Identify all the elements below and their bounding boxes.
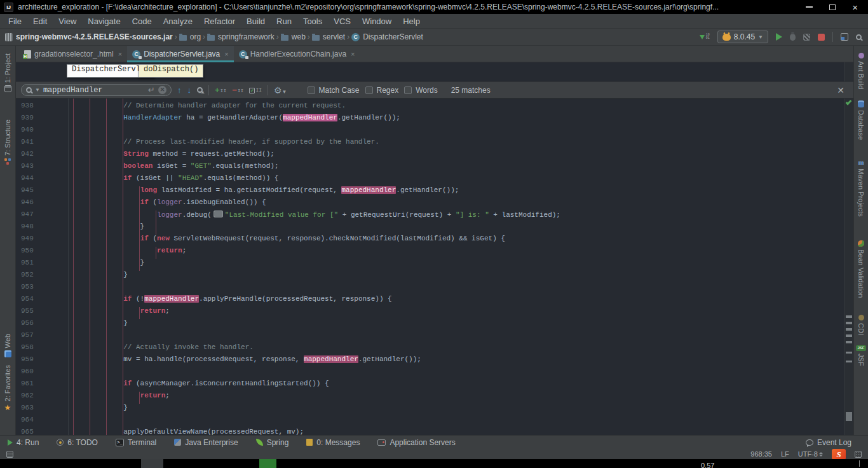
code-token: "GET" (191, 162, 212, 170)
breadcrumb-servlet[interactable]: servlet (312, 32, 345, 41)
find-all-button[interactable]: ALL (197, 87, 203, 93)
tab-handlerexecutionchain-java[interactable]: C HandlerExecutionChain.java × (234, 46, 360, 62)
toolwindow-maven-projects[interactable]: m Maven Projects (854, 159, 868, 217)
code-token: long (140, 186, 157, 194)
line-separator[interactable]: LF (781, 450, 789, 458)
breadcrumb-org[interactable]: org (179, 32, 201, 41)
menu-edit[interactable]: Edit (27, 17, 53, 26)
toolwindow-terminal[interactable]: Terminal (116, 438, 156, 447)
menu-view[interactable]: View (53, 17, 82, 26)
menu-tools[interactable]: Tools (297, 17, 328, 26)
breadcrumb-dispatcherservlet[interactable]: C DispatcherServlet (351, 32, 423, 41)
code-token: mappedHandler (283, 114, 337, 121)
match-case-option[interactable]: Match Case (308, 86, 360, 95)
error-stripe[interactable] (844, 62, 853, 435)
code-token: + lastModified); (489, 211, 560, 219)
tab-close-icon[interactable]: × (351, 50, 355, 58)
breadcrumb-web[interactable]: web (281, 32, 306, 41)
menu-vcs[interactable]: VCS (328, 17, 356, 26)
line-number: 960 (21, 368, 68, 380)
toolwindow-ant-build[interactable]: Ant Build (854, 53, 868, 89)
menu-file[interactable]: File (3, 17, 27, 26)
toolwindow-structure[interactable]: 7: Structure (0, 120, 15, 165)
toolwindow-bean-validation[interactable]: Bean Validation (854, 240, 868, 298)
debug-button[interactable] (790, 34, 796, 41)
next-occurrence-button[interactable]: ↓ (187, 85, 192, 95)
select-all-occurrences-button[interactable]: ✓II (249, 87, 262, 93)
run-configuration-select[interactable]: 8.0.45 ▼ (717, 31, 768, 43)
folded-region-badge[interactable] (214, 210, 223, 217)
menu-code[interactable]: Code (126, 17, 158, 26)
coverage-button[interactable] (803, 34, 810, 41)
previous-occurrence-button[interactable]: ↑ (177, 85, 182, 95)
toolwindow-project[interactable]: 1: Project (0, 53, 15, 92)
toolwindow-todo[interactable]: 6: TODO (57, 438, 98, 447)
close-find-bar-button[interactable]: ✕ (837, 85, 848, 95)
toolwindow-cdi[interactable]: CDI (854, 315, 868, 335)
toolwindow-web[interactable]: Web (0, 334, 15, 357)
toggle-toolwindows-icon[interactable] (6, 451, 13, 458)
tab-dispatcherservlet-java[interactable]: C DispatcherServlet.java × (127, 46, 234, 62)
regex-option[interactable]: Regex (365, 86, 399, 95)
search-input[interactable]: ▼ mappedHandler ↵ ✕ (21, 84, 172, 96)
menu-window[interactable]: Window (356, 17, 397, 26)
toolwindow-spring[interactable]: Spring (256, 438, 289, 447)
search-everywhere-icon[interactable] (856, 34, 862, 40)
taskbar-tick (859, 460, 860, 467)
breadcrumb-springframework[interactable]: springframework (207, 32, 275, 41)
encoding-widget[interactable]: UTF-8 (798, 450, 823, 458)
toolwindow-database[interactable]: Database (854, 100, 868, 140)
incoming-changes-icon[interactable]: 1001 (700, 34, 710, 40)
jar-icon (5, 33, 13, 41)
toolwindow-messages[interactable]: 0: Messages (306, 438, 360, 447)
caret-position[interactable]: 968:35 (750, 450, 772, 458)
words-option[interactable]: Words (404, 86, 437, 95)
toolwindow-favorites[interactable]: 2: Favorites ★ (0, 365, 15, 411)
scrollbar-thumb[interactable] (846, 412, 852, 421)
menu-build[interactable]: Build (241, 17, 271, 26)
toolwindow-application-servers[interactable]: Application Servers (377, 438, 455, 447)
find-bar: ▼ mappedHandler ↵ ✕ ↑ ↓ ALL +II −II ✓II … (16, 81, 853, 99)
toolwindow-java-enterprise[interactable]: Java Enterprise (174, 438, 238, 447)
tab-close-icon[interactable]: × (118, 50, 122, 58)
clear-search-button[interactable]: ✕ (158, 86, 166, 94)
close-button[interactable]: × (852, 3, 858, 12)
stop-button[interactable] (818, 34, 825, 41)
inspections-ok-icon[interactable] (846, 99, 852, 106)
code-line-955: return; (73, 307, 844, 319)
server-icon (377, 439, 386, 446)
toolwindow-jsf[interactable]: JSF JSF (854, 345, 868, 366)
code-token (73, 114, 123, 121)
menu-run[interactable]: Run (271, 17, 297, 26)
ime-indicator[interactable]: S (832, 449, 846, 460)
menu-help[interactable]: Help (397, 17, 426, 26)
toolwindow-run[interactable]: 4: Run (8, 438, 39, 447)
code-token: ; (165, 392, 170, 399)
toolwindow-label: Ant Build (857, 61, 865, 89)
toolwindow-label: Java Enterprise (185, 438, 238, 447)
menu-navigate[interactable]: Navigate (82, 17, 126, 26)
minimize-button[interactable] (806, 6, 813, 8)
run-button[interactable] (776, 33, 782, 41)
find-settings-button[interactable]: ⚙▼ (274, 85, 287, 96)
stripe-mark (846, 315, 852, 318)
code-token: HandlerAdapter (123, 114, 182, 121)
menu-analyze[interactable]: Analyze (158, 17, 198, 26)
toolwindow-label: Web (4, 334, 11, 348)
hector-icon[interactable] (855, 451, 862, 458)
add-selection-button[interactable]: +II (215, 86, 226, 94)
tab-close-icon[interactable]: × (224, 50, 228, 58)
tool-windows-icon[interactable] (841, 33, 848, 41)
context-chip-method[interactable]: doDispatch() (139, 64, 203, 78)
code-token: return (157, 247, 182, 254)
remove-selection-button[interactable]: −II (232, 86, 243, 94)
event-log-button[interactable]: Event Log (806, 438, 860, 447)
checkbox (308, 86, 315, 94)
tab-gradationselector-html[interactable]: gradationselector_.html × (19, 46, 127, 62)
menu-refactor[interactable]: Refactor (198, 17, 241, 26)
code-viewport[interactable]: 9389399409419429439449459469479489499509… (16, 99, 844, 435)
maximize-button[interactable] (829, 4, 836, 10)
stripe-mark (846, 341, 852, 343)
breadcrumb-jar[interactable]: spring-webmvc-4.2.5.RELEASE-sources.jar (5, 32, 173, 41)
toolwindow-label: 6: TODO (67, 438, 98, 447)
